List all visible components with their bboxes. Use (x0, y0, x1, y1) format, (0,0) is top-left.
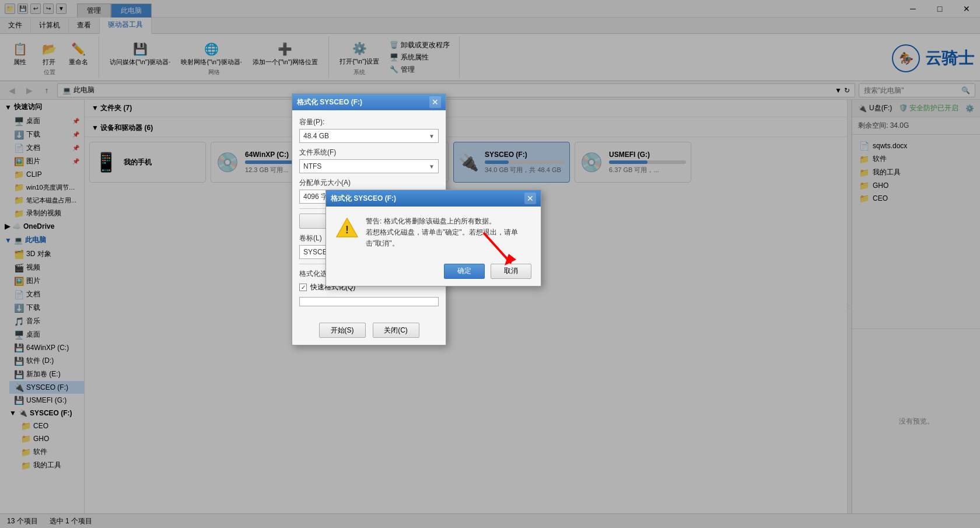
capacity-label: 容量(P): (299, 117, 439, 127)
filesystem-label: 文件系统(F) (299, 148, 439, 158)
filesystem-arrow: ▼ (429, 163, 435, 170)
quick-format-checkbox[interactable]: ✓ (299, 284, 307, 291)
confirm-titlebar: 格式化 SYSCEO (F:) ✕ (326, 190, 541, 207)
format-start-btn[interactable]: 开始(S) (319, 323, 366, 338)
filesystem-field: 文件系统(F) NTFS ▼ (299, 148, 439, 173)
svg-line-4 (484, 233, 510, 263)
format-dialog-footer: 开始(S) 关闭(C) (292, 318, 446, 345)
check-tick: ✓ (301, 284, 306, 291)
format-dialog-close[interactable]: ✕ (429, 96, 441, 108)
filesystem-input[interactable]: NTFS ▼ (299, 159, 439, 173)
warning-icon: ! (335, 216, 359, 239)
format-progress (299, 297, 439, 306)
format-close-btn[interactable]: 关闭(C) (373, 323, 419, 338)
capacity-value: 48.4 GB (303, 132, 329, 140)
confirm-close-btn[interactable]: ✕ (524, 193, 536, 204)
warning-line1: 警告: 格式化将删除该磁盘上的所有数据。 (366, 217, 496, 225)
red-arrow (478, 228, 525, 274)
capacity-arrow: ▼ (429, 133, 435, 139)
capacity-field: 容量(P): 48.4 GB ▼ (299, 117, 439, 143)
alloc-label: 分配单元大小(A) (299, 178, 439, 188)
format-dialog-titlebar: 格式化 SYSCEO (F:) ✕ (292, 94, 446, 110)
format-dialog-title: 格式化 SYSCEO (F:) (297, 97, 362, 107)
filesystem-value: NTFS (303, 162, 321, 170)
capacity-input[interactable]: 48.4 GB ▼ (299, 129, 439, 143)
svg-text:!: ! (345, 224, 349, 236)
confirm-title: 格式化 SYSCEO (F:) (331, 194, 396, 204)
